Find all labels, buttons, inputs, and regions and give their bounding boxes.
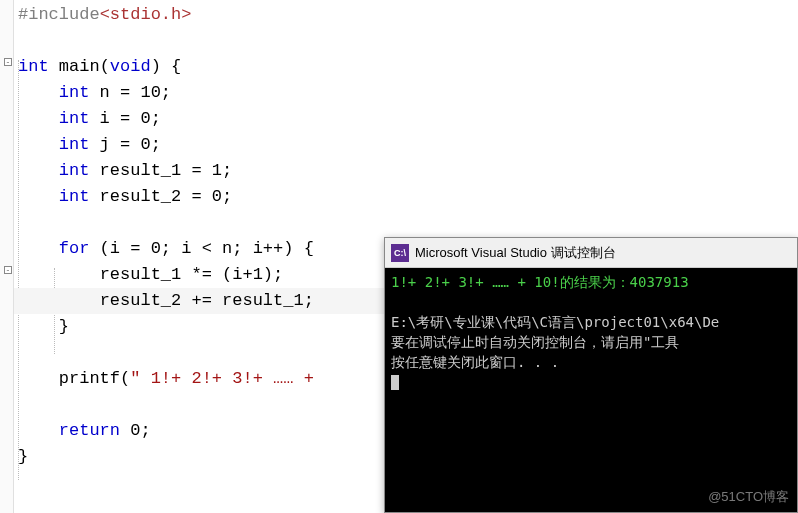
console-line: 1!+ 2!+ 3!+ …… + 10!的结果为：4037913 xyxy=(391,274,689,290)
func-call: printf xyxy=(59,369,120,388)
console-title: Microsoft Visual Studio 调试控制台 xyxy=(415,244,616,262)
keyword: void xyxy=(110,57,151,76)
keyword: return xyxy=(59,421,120,440)
code-line[interactable] xyxy=(14,210,798,236)
code-line[interactable]: int result_1 = 1; xyxy=(14,158,798,184)
punct: ) { xyxy=(151,57,182,76)
icon-text: C:\ xyxy=(394,248,406,258)
vs-icon: C:\ xyxy=(391,244,409,262)
console-line: 要在调试停止时自动关闭控制台，请启用"工具 xyxy=(391,334,679,350)
code-line[interactable]: int j = 0; xyxy=(14,132,798,158)
keyword: int xyxy=(59,135,90,154)
punct: } xyxy=(59,317,69,336)
include-header: <stdio.h> xyxy=(100,5,192,24)
watermark: @51CTO博客 xyxy=(708,488,789,506)
code-text: result_1 = 1; xyxy=(89,161,232,180)
code-line[interactable] xyxy=(14,28,798,54)
keyword: int xyxy=(59,161,90,180)
keyword: int xyxy=(18,57,49,76)
keyword: int xyxy=(59,109,90,128)
code-text: result_2 = 0; xyxy=(89,187,232,206)
code-line[interactable]: int i = 0; xyxy=(14,106,798,132)
code-text: result_1 *= (i+1); xyxy=(100,265,284,284)
cursor xyxy=(391,375,399,390)
editor-gutter: - - xyxy=(0,0,14,513)
fold-marker[interactable]: - xyxy=(4,266,12,274)
code-line[interactable]: int result_2 = 0; xyxy=(14,184,798,210)
code-text: 0; xyxy=(120,421,151,440)
console-titlebar[interactable]: C:\ Microsoft Visual Studio 调试控制台 xyxy=(385,238,797,268)
string-literal: " 1!+ 2!+ 3!+ …… + xyxy=(130,369,314,388)
fold-marker[interactable]: - xyxy=(4,58,12,66)
console-line: E:\考研\专业课\代码\C语言\project01\x64\De xyxy=(391,314,719,330)
console-line: 按任意键关闭此窗口. . . xyxy=(391,354,559,370)
keyword: int xyxy=(59,187,90,206)
console-output[interactable]: 1!+ 2!+ 3!+ …… + 10!的结果为：4037913 E:\考研\专… xyxy=(385,268,797,396)
directive: #include xyxy=(18,5,100,24)
func-name: main xyxy=(49,57,100,76)
keyword: for xyxy=(59,239,90,258)
punct: ( xyxy=(120,369,130,388)
punct: } xyxy=(18,447,28,466)
code-text: n = 10; xyxy=(89,83,171,102)
code-text: i = 0; xyxy=(89,109,160,128)
debug-console-window[interactable]: C:\ Microsoft Visual Studio 调试控制台 1!+ 2!… xyxy=(384,237,798,513)
code-text: j = 0; xyxy=(89,135,160,154)
keyword: int xyxy=(59,83,90,102)
code-text: (i = 0; i < n; i++) { xyxy=(89,239,313,258)
punct: ( xyxy=(100,57,110,76)
code-text: result_2 += result_1; xyxy=(100,291,314,310)
code-line[interactable]: #include<stdio.h> xyxy=(14,2,798,28)
code-line[interactable]: int main(void) { xyxy=(14,54,798,80)
code-line[interactable]: int n = 10; xyxy=(14,80,798,106)
